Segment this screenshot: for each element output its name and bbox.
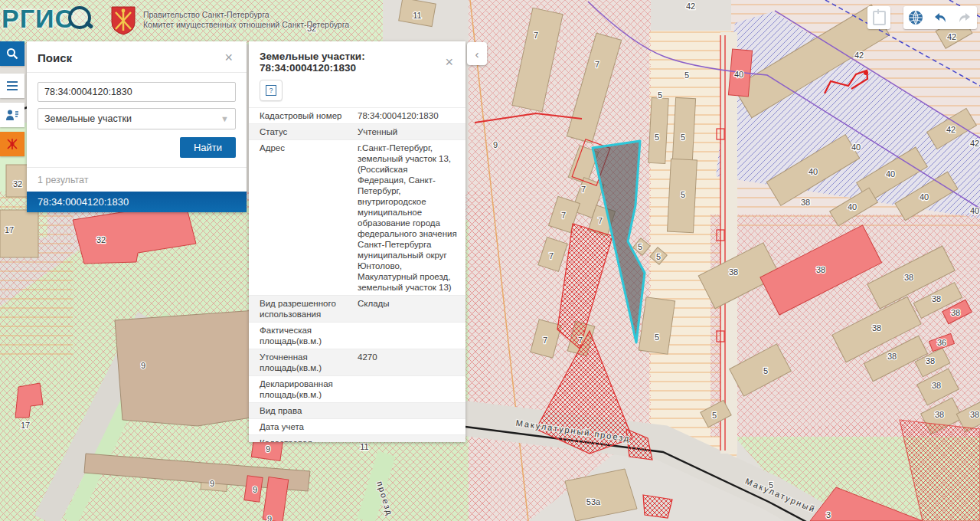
user-icon	[5, 109, 19, 121]
parcel-number-label: 5	[681, 190, 685, 199]
result-item-selected[interactable]: 78:34:0004120:1830	[27, 192, 247, 212]
parcel-number-label: 9	[253, 485, 257, 494]
search-category-value: Земельные участки	[44, 113, 132, 124]
globe-icon	[908, 10, 923, 25]
parcel-number-label: 40	[734, 70, 743, 79]
attribute-label: Фактическая площадь(кв.м.)	[249, 323, 354, 349]
undo-button[interactable]	[928, 6, 952, 29]
parcel-number-label: 40	[920, 192, 929, 202]
attribute-value: 78:34:0004120:1830	[354, 108, 466, 123]
attribute-value: 4270	[354, 349, 466, 375]
parcel-number-label: 5	[681, 133, 685, 142]
parcel-number-label: 5	[655, 333, 659, 342]
attribute-label: Уточненная площадь(кв.м.)	[249, 349, 354, 375]
redo-button[interactable]	[952, 6, 977, 29]
parcel-number-label: 7	[595, 60, 599, 69]
attribute-row: Фактическая площадь(кв.м.)	[249, 323, 466, 349]
parcel-number-label: 5	[658, 90, 662, 100]
parcel-number-label: 42	[686, 2, 695, 11]
undo-icon	[933, 11, 948, 24]
attribute-table: Кадастровый номер78:34:0004120:1830Стату…	[249, 107, 466, 442]
parcel-number-label: 38	[816, 265, 825, 274]
attribute-row: Декларированная площадь(кв.м.)	[249, 376, 466, 403]
collapse-panel-button[interactable]: ‹	[467, 42, 487, 65]
attribute-label: Дата учета	[249, 419, 354, 434]
parcel-number-label: 7	[598, 216, 603, 225]
parcel-number-label: 40	[848, 202, 857, 211]
user-tools-button[interactable]	[0, 103, 24, 127]
attribute-value	[354, 376, 466, 402]
search-category-select[interactable]: Земельные участки ▼	[38, 108, 236, 129]
parcel-number-label: 32	[13, 179, 22, 188]
attribute-value	[354, 403, 466, 418]
parcel-number-label: 40	[808, 167, 818, 176]
find-button[interactable]: Найти	[180, 137, 236, 158]
spb-coat-of-arms-icon	[109, 5, 137, 35]
info-panel-title: Земельные участки: 78:34:0004120:1830	[260, 51, 442, 74]
attribute-value: Склады	[354, 296, 466, 322]
parcel-number-label: 17	[5, 225, 14, 234]
parcel-number-label: 17	[21, 421, 30, 430]
parcel-number-label: 11	[413, 11, 421, 20]
parcel-number-label: 32	[96, 235, 106, 244]
attribute-label: Декларированная площадь(кв.м.)	[249, 376, 354, 402]
parcel-number-label: 9	[266, 444, 270, 454]
search-panel-title: Поиск	[38, 51, 72, 64]
rgis-app: 1142742403242755424240554040940384040573…	[0, 0, 980, 521]
app-header: РГИС Правительство Санкт-Петербурга Коми…	[0, 2, 349, 35]
parcel-number-label: 38	[872, 323, 881, 333]
frame-tool-button[interactable]	[867, 6, 890, 29]
close-icon[interactable]: ×	[221, 51, 236, 64]
parcel-number-label: 38	[904, 273, 913, 282]
parcel-number-label: 7	[543, 336, 547, 345]
parcel-number-label: 38	[729, 267, 738, 277]
parcel-number-label: 40	[970, 206, 979, 215]
parcel-number-label: 38	[926, 356, 935, 365]
parcel-number-label: 5	[656, 252, 661, 261]
map-nav-group	[903, 6, 977, 29]
parcel-number-label: 9	[141, 361, 145, 370]
parcel-number-label: 5	[763, 366, 768, 375]
parcel-number-label: 38	[887, 352, 897, 361]
attribute-row: Дата учета	[249, 419, 466, 435]
spb-emblem-icon	[5, 137, 19, 151]
parcel-number-label: 42	[854, 51, 864, 60]
parcel-number-label: 5	[712, 411, 717, 420]
parcel-number-label: 40	[886, 169, 895, 179]
parcel-number-label: 42	[970, 139, 979, 148]
attribute-label: Вид права	[249, 403, 354, 418]
attribute-value: Учтенный	[354, 124, 466, 139]
attribute-value	[354, 419, 466, 434]
attribute-row: Кадастровый номер78:34:0004120:1830	[249, 108, 466, 124]
attribute-label: Адрес	[249, 140, 354, 295]
layers-menu-button[interactable]	[0, 74, 24, 98]
rgis-logo: РГИС	[0, 2, 91, 35]
parcel-number-label: 38	[935, 410, 944, 419]
identify-question-icon: ?	[266, 85, 276, 96]
search-input[interactable]	[38, 82, 236, 102]
frame-icon	[873, 11, 886, 25]
gov-line2: Комитет имущественных отношений Санкт-Пе…	[143, 20, 349, 30]
menu-icon	[6, 80, 18, 91]
attribute-value	[354, 435, 466, 442]
close-icon[interactable]: ×	[442, 55, 456, 69]
parcel-number-label: 9	[210, 479, 214, 488]
parcel-number-label: 9	[493, 140, 498, 149]
attribute-row: Вид разрешенного использованияСклады	[249, 296, 466, 323]
identify-question-button[interactable]: ?	[260, 80, 283, 101]
parcel-number-label: 7	[561, 211, 566, 220]
search-tool-button[interactable]	[0, 41, 24, 66]
search-panel: Поиск × Земельные участки ▼ Найти 1 резу…	[27, 41, 247, 212]
attribute-row: Кадастровая стоимость, руб.	[249, 435, 466, 442]
attribute-value	[354, 323, 466, 349]
parcel-number-label: 38	[932, 381, 941, 390]
gov-line1: Правительство Санкт-Петербурга	[143, 10, 349, 20]
attribute-value: г.Санкт-Петербург, земельный участок 13,…	[354, 140, 466, 295]
parcel-number-label: 38	[970, 410, 979, 419]
chevron-left-icon: ‹	[475, 48, 479, 61]
redo-icon	[957, 11, 972, 24]
parcel-number-label: 7	[534, 31, 538, 40]
parcel-number-label: 36	[937, 338, 946, 347]
globe-button[interactable]	[903, 6, 928, 29]
spb-emblem-button[interactable]	[0, 132, 24, 156]
